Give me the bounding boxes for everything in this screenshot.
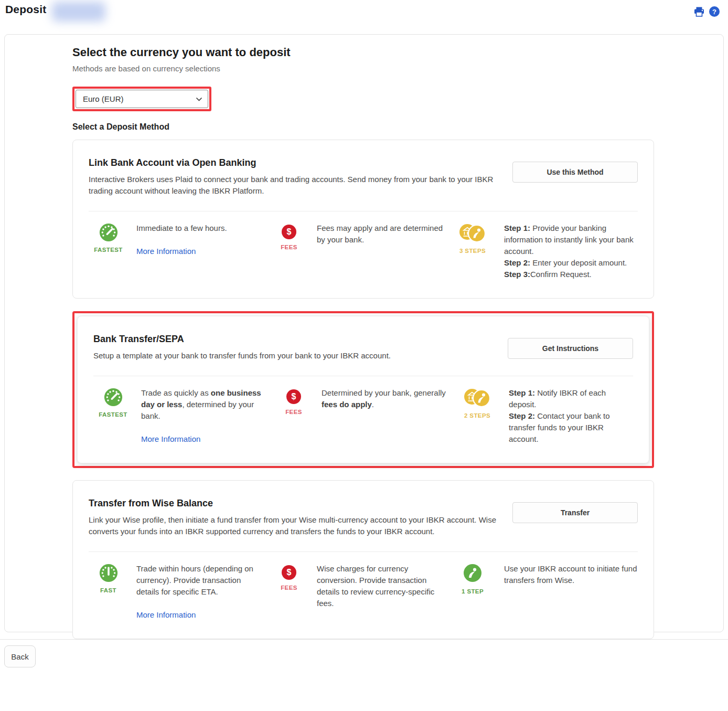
- currency-select-value: Euro (EUR): [83, 94, 124, 103]
- speed-label: FAST: [100, 587, 116, 593]
- currency-heading: Select the currency you want to deposit: [72, 46, 654, 59]
- method-card-wise: Transfer from Wise Balance Link your Wis…: [72, 480, 654, 639]
- page-title: Deposit: [5, 3, 46, 16]
- speed-label: FASTEST: [99, 411, 127, 418]
- dollar-fees-icon: $: [282, 225, 296, 239]
- method-card-open-banking: Link Bank Account via Open Banking Inter…: [72, 140, 654, 299]
- method-description: Link your Wise profile, then initiate a …: [89, 514, 497, 537]
- method-description: Interactive Brokers uses Plaid to connec…: [89, 174, 497, 197]
- dollar-fees-icon: $: [286, 389, 301, 404]
- dollar-fees-icon: $: [282, 565, 296, 580]
- more-information-link[interactable]: More Information: [136, 609, 196, 621]
- method-title: Bank Transfer/SEPA: [93, 334, 492, 345]
- fees-label: FEES: [285, 409, 302, 415]
- steps-text: Use your IBKR account to initiate fund t…: [497, 562, 638, 621]
- bank-transfer-highlight: Bank Transfer/SEPA Setup a template at y…: [72, 311, 654, 468]
- method-description: Setup a template at your bank to transfe…: [93, 350, 492, 362]
- divider: [89, 211, 638, 211]
- speed-text: Trade within hours (depending on currenc…: [136, 563, 260, 598]
- speedometer-fastest-icon: [104, 388, 123, 407]
- bank-steps-icon: [459, 223, 486, 243]
- help-icon[interactable]: ?: [709, 6, 720, 17]
- chevron-down-icon: [196, 98, 202, 101]
- speed-text: Immediate to a few hours.: [136, 222, 260, 234]
- speedometer-fast-icon: [99, 564, 118, 582]
- steps-label: 1 STEP: [462, 588, 484, 595]
- back-button[interactable]: Back: [4, 645, 36, 667]
- speed-label: FASTEST: [94, 247, 123, 253]
- divider: [89, 551, 638, 552]
- currency-select-highlight: Euro (EUR): [72, 87, 211, 111]
- currency-select[interactable]: Euro (EUR): [76, 90, 208, 108]
- ibkr-step-icon: [463, 564, 483, 583]
- steps-label: 3 STEPS: [459, 248, 486, 254]
- fees-label: FEES: [281, 585, 297, 591]
- method-title: Link Bank Account via Open Banking: [89, 157, 497, 168]
- fees-label: FEES: [281, 244, 297, 250]
- bank-steps-icon: [464, 388, 491, 408]
- steps-label: 2 STEPS: [464, 412, 490, 419]
- fees-text: Determined by your bank, generally fees …: [322, 387, 453, 410]
- more-information-link[interactable]: More Information: [136, 246, 196, 257]
- fees-text: Wise charges for currency conversion. Pr…: [317, 563, 448, 609]
- method-card-bank-transfer-sepa: Bank Transfer/SEPA Setup a template at y…: [77, 316, 649, 463]
- currency-subheading: Methods are based on currency selections: [72, 64, 654, 73]
- speedometer-fastest-icon: [99, 223, 118, 242]
- fees-text: Fees may apply and are determined by you…: [317, 222, 448, 246]
- steps-text: Step 1: Notify IBKR of each deposit. Ste…: [502, 386, 633, 445]
- printer-icon[interactable]: [694, 7, 704, 17]
- method-section-heading: Select a Deposit Method: [72, 122, 654, 132]
- use-this-method-button[interactable]: Use this Method: [512, 162, 638, 183]
- redacted-account-badge: [52, 2, 105, 22]
- footer-divider: [0, 639, 728, 640]
- deposit-panel: Select the currency you want to deposit …: [4, 34, 724, 632]
- divider: [93, 376, 633, 376]
- get-instructions-button[interactable]: Get Instructions: [508, 338, 633, 359]
- speed-text: Trade as quickly as one business day or …: [141, 387, 264, 422]
- more-information-link[interactable]: More Information: [141, 433, 200, 445]
- steps-text: Step 1: Provide your banking information…: [497, 221, 638, 280]
- transfer-button[interactable]: Transfer: [512, 502, 638, 523]
- method-title: Transfer from Wise Balance: [89, 498, 497, 509]
- top-bar: Deposit ?: [0, 0, 728, 25]
